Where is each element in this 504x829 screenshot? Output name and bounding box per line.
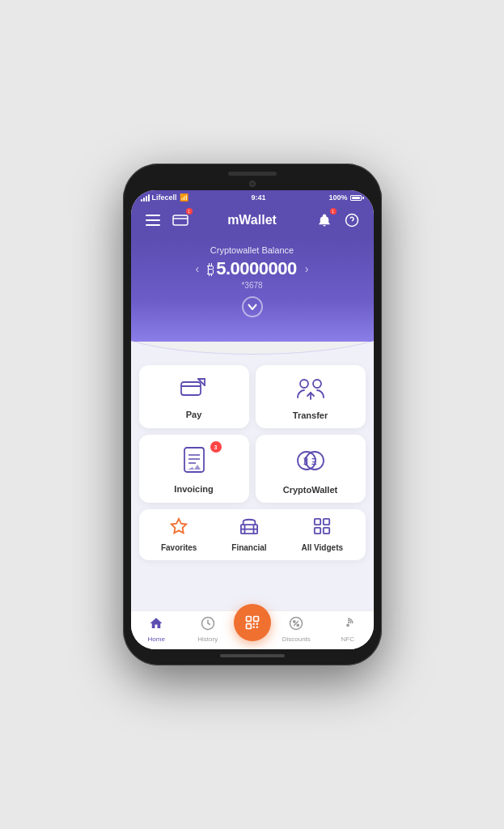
cryptowallet-card[interactable]: ₿ Ξ CryptoWallet xyxy=(256,435,366,503)
favorites-label: Favorites xyxy=(161,543,197,552)
svg-rect-28 xyxy=(315,528,320,534)
header-right: 1 xyxy=(314,210,362,231)
transfer-card[interactable]: Transfer xyxy=(256,365,366,428)
financial-label: Financial xyxy=(231,543,266,552)
svg-rect-33 xyxy=(246,623,251,628)
balance-row: ‹ ₿5.0000000 › xyxy=(147,258,358,279)
battery-percent: 100% xyxy=(328,193,347,202)
nav-discounts-label: Discounts xyxy=(282,636,311,643)
svg-point-10 xyxy=(300,380,308,388)
header-left: 1 xyxy=(142,210,191,231)
nav-history[interactable]: History xyxy=(182,616,234,643)
svg-rect-0 xyxy=(146,215,160,216)
card-button[interactable]: 1 xyxy=(170,210,191,231)
svg-rect-26 xyxy=(315,519,320,525)
status-left: Lifecell 📶 xyxy=(141,193,188,202)
financial-icon xyxy=(240,517,258,539)
favorites-icon xyxy=(170,517,188,539)
phone-screen: Lifecell 📶 9:41 100% xyxy=(131,190,374,649)
nfc-icon xyxy=(341,616,355,634)
svg-point-40 xyxy=(294,621,295,623)
balance-account: *3678 xyxy=(147,281,358,290)
wave-divider xyxy=(131,341,374,359)
pay-icon xyxy=(180,377,208,405)
svg-rect-3 xyxy=(173,215,188,225)
balance-currency: ₿ xyxy=(207,261,214,278)
svg-text:₿: ₿ xyxy=(303,457,308,466)
nav-discounts[interactable]: Discounts xyxy=(271,616,323,643)
all-vidgets-label: All Vidgets xyxy=(302,543,344,552)
app-title: mWallet xyxy=(227,213,277,227)
balance-dropdown-button[interactable] xyxy=(242,296,263,317)
status-right: 100% xyxy=(328,193,363,202)
discounts-icon xyxy=(289,616,303,634)
nav-scan-button[interactable] xyxy=(234,604,271,641)
signal-icon xyxy=(141,194,150,202)
invoicing-label: Invoicing xyxy=(174,484,213,494)
svg-point-42 xyxy=(347,624,349,626)
card-badge: 1 xyxy=(186,208,193,215)
svg-rect-29 xyxy=(324,528,329,534)
balance-prev-button[interactable]: ‹ xyxy=(196,262,200,275)
battery-icon xyxy=(350,195,364,201)
balance-value: 5.0000000 xyxy=(216,258,297,278)
camera xyxy=(249,181,256,187)
phone-frame: Lifecell 📶 9:41 100% xyxy=(123,164,382,665)
invoicing-icon xyxy=(183,447,205,479)
nav-history-label: History xyxy=(197,636,218,643)
financial-item[interactable]: Financial xyxy=(231,517,266,552)
balance-section: Cryptowallet Balance ‹ ₿5.0000000 › *367… xyxy=(131,237,374,342)
notifications-button[interactable]: 1 xyxy=(314,210,335,231)
transfer-icon xyxy=(296,376,325,406)
nav-nfc[interactable]: NFC xyxy=(322,616,374,643)
svg-point-41 xyxy=(297,624,299,626)
nav-nfc-label: NFC xyxy=(341,636,354,643)
svg-rect-27 xyxy=(324,519,329,525)
status-time: 9:41 xyxy=(251,193,265,202)
balance-next-button[interactable]: › xyxy=(305,262,309,275)
quick-actions-row: Favorites Financial xyxy=(139,509,366,560)
cryptowallet-label: CryptoWallet xyxy=(283,485,337,495)
nav-home[interactable]: Home xyxy=(131,616,183,643)
pay-card[interactable]: Pay xyxy=(139,365,249,428)
svg-rect-1 xyxy=(146,219,160,221)
wifi-icon: 📶 xyxy=(180,193,188,202)
all-vidgets-item[interactable]: All Vidgets xyxy=(302,517,344,552)
favorites-item[interactable]: Favorites xyxy=(161,517,197,552)
svg-rect-31 xyxy=(246,616,251,621)
svg-rect-32 xyxy=(253,616,258,621)
svg-text:Ξ: Ξ xyxy=(311,457,317,466)
invoicing-card[interactable]: 3 Invoicing xyxy=(139,435,249,503)
status-bar: Lifecell 📶 9:41 100% xyxy=(131,190,374,205)
transfer-label: Transfer xyxy=(293,410,328,420)
speaker xyxy=(228,172,277,176)
home-button[interactable] xyxy=(220,654,285,657)
invoicing-badge: 3 xyxy=(210,441,222,453)
bottom-nav: Home History xyxy=(131,610,374,649)
svg-rect-7 xyxy=(181,382,201,395)
cryptowallet-icon: ₿ Ξ xyxy=(296,446,325,480)
cards-grid: Pay Transfer xyxy=(139,365,366,503)
help-button[interactable] xyxy=(341,210,362,231)
svg-rect-2 xyxy=(146,224,160,226)
carrier-name: Lifecell xyxy=(152,193,177,202)
pay-label: Pay xyxy=(186,410,202,419)
history-icon xyxy=(201,616,215,634)
main-content: Pay Transfer xyxy=(131,359,374,610)
balance-label: Cryptowallet Balance xyxy=(147,245,358,255)
home-icon xyxy=(149,616,163,634)
menu-button[interactable] xyxy=(142,210,163,231)
svg-point-11 xyxy=(313,380,321,388)
app-header: 1 mWallet 1 xyxy=(131,205,374,237)
notification-badge: 1 xyxy=(330,208,337,215)
svg-marker-21 xyxy=(172,519,186,533)
balance-amount-container: ₿5.0000000 xyxy=(207,258,297,279)
nav-home-label: Home xyxy=(148,636,165,643)
all-vidgets-icon xyxy=(313,517,331,539)
svg-rect-13 xyxy=(184,448,204,472)
